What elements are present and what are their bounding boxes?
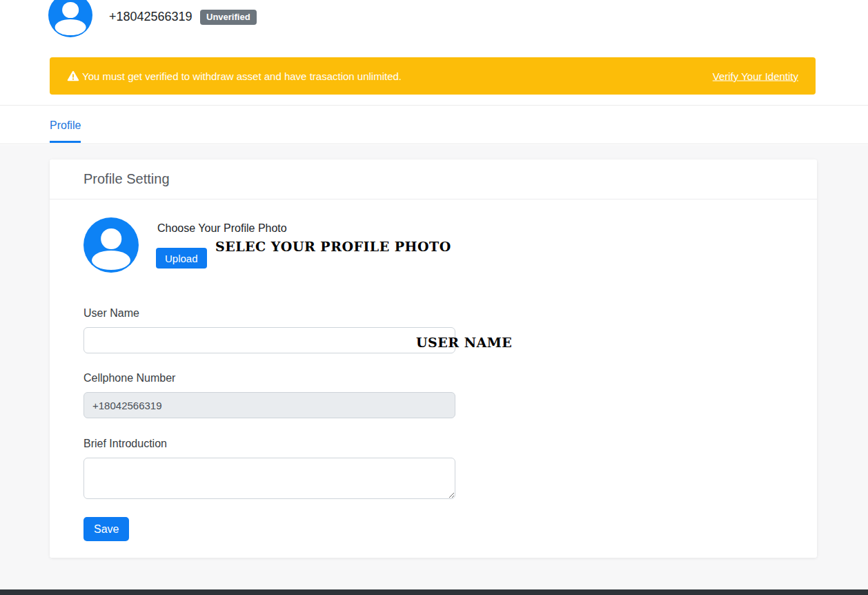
avatar-torso-shape — [55, 19, 86, 35]
upload-button[interactable]: Upload — [156, 248, 207, 269]
cellphone-input — [83, 392, 455, 418]
username-annotation-overlay: USER NAME — [416, 335, 512, 350]
verification-warning-banner: You must get verified to withdraw asset … — [50, 57, 816, 95]
choose-photo-label: Choose Your Profile Photo — [157, 222, 287, 235]
footer-bar — [0, 589, 868, 595]
avatar-head-shape — [62, 2, 79, 19]
username-label: User Name — [83, 307, 139, 320]
account-phone-number: +18042566319 — [109, 10, 193, 24]
brief-introduction-label: Brief Introduction — [83, 438, 167, 450]
tab-bar: Profile — [0, 105, 868, 144]
warning-message: You must get verified to withdraw asset … — [82, 70, 402, 82]
user-avatar-icon — [48, 0, 92, 37]
avatar-torso-shape — [92, 251, 130, 270]
verify-identity-link[interactable]: Verify Your Identity — [713, 70, 798, 82]
save-button[interactable]: Save — [83, 517, 129, 541]
card-header: Profile Setting — [50, 159, 817, 199]
brief-introduction-textarea[interactable] — [83, 458, 455, 499]
username-input[interactable] — [83, 327, 455, 353]
warning-triangle-icon — [67, 70, 79, 82]
photo-annotation-overlay: SELEC YOUR PROFILE PHOTO — [215, 239, 451, 254]
profile-photo-avatar-icon — [83, 217, 139, 273]
tab-profile[interactable]: Profile — [50, 119, 81, 143]
verification-status-badge: Unverified — [200, 10, 257, 25]
profile-setting-card: Profile Setting Choose Your Profile Phot… — [50, 159, 817, 558]
avatar-head-shape — [101, 228, 121, 249]
profile-settings-page: +18042566319 Unverified You must get ver… — [0, 0, 868, 595]
card-title: Profile Setting — [83, 171, 170, 187]
cellphone-label: Cellphone Number — [83, 372, 175, 384]
